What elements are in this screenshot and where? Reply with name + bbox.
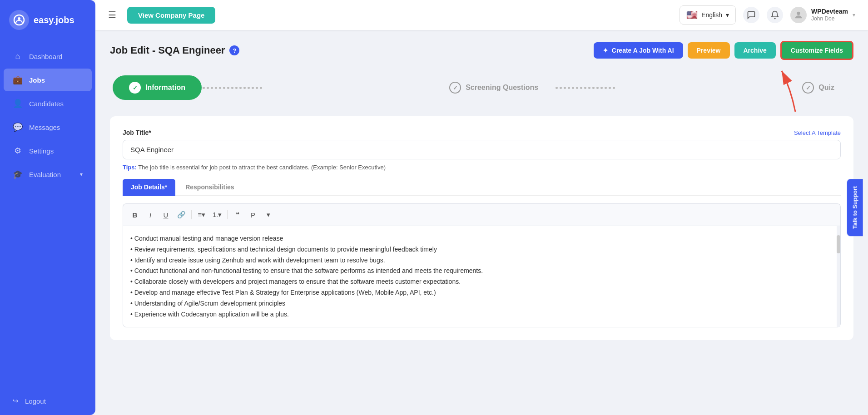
step-dots-2 (555, 87, 786, 89)
create-ai-button[interactable]: ✦ Create A Job With AI (594, 42, 683, 59)
language-label: English (701, 11, 722, 19)
unordered-list-button[interactable]: ≡▾ (195, 208, 208, 221)
logout-icon: ↪ (13, 397, 19, 405)
topbar: ☰ View Company Page 🇺🇸 English ▾ (95, 0, 868, 30)
toolbar-divider-1 (191, 210, 192, 219)
view-company-button[interactable]: View Company Page (127, 7, 215, 24)
editor-line-7: • Understanding of Agile/Scrum developme… (130, 298, 833, 309)
step-quiz[interactable]: ✓ Quiz (786, 75, 851, 100)
scrollbar-thumb (837, 235, 840, 253)
home-icon: ⌂ (13, 52, 23, 61)
tab-responsibilities[interactable]: Responsibilities (177, 179, 242, 196)
paragraph-dropdown[interactable]: ▾ (262, 208, 275, 221)
sidebar-label-jobs: Jobs (29, 76, 45, 84)
editor-tabs: Job Details* Responsibilities (123, 179, 841, 196)
ordered-list-button[interactable]: 1.▾ (211, 208, 223, 221)
link-button[interactable]: 🔗 (175, 208, 188, 221)
customize-fields-button[interactable]: Customize Fields (780, 41, 853, 60)
editor-toolbar: B I U 🔗 ≡▾ 1.▾ ❝ P ▾ (123, 203, 841, 226)
main-content: ☰ View Company Page 🇺🇸 English ▾ (95, 0, 868, 415)
sidebar: easy.jobs ⌂ Dashboard 💼 Jobs 👤 Candidate… (0, 0, 95, 415)
header-actions: ✦ Create A Job With AI Preview Archive C… (594, 41, 853, 60)
chevron-down-icon: ▾ (726, 11, 729, 19)
sidebar-item-candidates[interactable]: 👤 Candidates (4, 92, 92, 115)
underline-button[interactable]: U (159, 208, 172, 221)
settings-icon: ⚙ (13, 146, 23, 156)
talk-to-support-button[interactable]: Talk to Support (847, 179, 863, 236)
create-ai-label: Create A Job With AI (612, 47, 674, 54)
step-information[interactable]: ✓ Information (113, 75, 202, 100)
user-subtitle: John Doe (811, 15, 848, 23)
sidebar-item-logout[interactable]: ↪ Logout (4, 390, 92, 411)
step-quiz-label: Quiz (818, 84, 834, 92)
user-name: WPDevteam (811, 7, 848, 15)
notification-icon-button[interactable] (767, 7, 783, 23)
steps-container: ✓ Information ✓ Screening Questions ✓ Qu… (110, 73, 853, 103)
avatar (790, 7, 807, 23)
page-title: Job Edit - SQA Engineer ? (110, 44, 239, 56)
help-icon[interactable]: ? (229, 45, 239, 55)
page-content: Job Edit - SQA Engineer ? ✦ Create A Job… (95, 30, 868, 415)
tips-label: Tips: (123, 164, 137, 171)
candidates-icon: 👤 (13, 99, 23, 109)
sidebar-item-dashboard[interactable]: ⌂ Dashboard (4, 45, 92, 68)
evaluation-icon: 🎓 (13, 169, 23, 179)
chevron-down-icon: ▾ (80, 171, 83, 178)
svg-point-2 (797, 12, 800, 15)
job-title-label: Job Title* (123, 129, 151, 136)
tab-job-details[interactable]: Job Details* (123, 179, 175, 196)
sidebar-item-evaluation[interactable]: 🎓 Evaluation ▾ (4, 163, 92, 186)
step-screening-label: Screening Questions (466, 84, 538, 92)
tips-content: The job title is essential for job post … (138, 164, 386, 171)
hamburger-icon[interactable]: ☰ (108, 10, 116, 20)
job-title-field-header: Job Title* Select A Template (123, 129, 841, 136)
form-section: Job Title* Select A Template Tips: The j… (110, 116, 853, 340)
editor-line-2: • Review requirements, specifications an… (130, 244, 833, 255)
sidebar-label-evaluation: Evaluation (29, 171, 61, 178)
user-text: WPDevteam John Doe (811, 7, 848, 23)
step-quiz-icon: ✓ (802, 82, 814, 94)
editor-line-6: • Develop and manage effective Test Plan… (130, 287, 833, 298)
preview-button[interactable]: Preview (688, 42, 730, 59)
sidebar-label-candidates: Candidates (29, 100, 64, 108)
select-template-link[interactable]: Select A Template (794, 129, 841, 136)
app-name: easy.jobs (34, 15, 74, 25)
jobs-icon: 💼 (13, 75, 23, 85)
language-selector[interactable]: 🇺🇸 English ▾ (680, 5, 736, 25)
archive-button[interactable]: Archive (734, 42, 776, 59)
editor-line-1: • Conduct manual testing and manage vers… (130, 233, 833, 244)
page-title-text: Job Edit - SQA Engineer (110, 44, 225, 56)
quote-button[interactable]: ❝ (231, 208, 244, 221)
user-menu[interactable]: WPDevteam John Doe ▾ (790, 7, 855, 23)
job-title-input[interactable] (123, 140, 841, 159)
step-screening-icon: ✓ (449, 82, 461, 94)
step-check-icon: ✓ (129, 82, 141, 94)
flag-icon: 🇺🇸 (686, 10, 698, 20)
sidebar-item-settings[interactable]: ⚙ Settings (4, 139, 92, 162)
sidebar-label-dashboard: Dashboard (29, 53, 62, 60)
logo-icon (9, 10, 29, 30)
bold-button[interactable]: B (129, 208, 141, 221)
page-header: Job Edit - SQA Engineer ? ✦ Create A Job… (110, 41, 853, 60)
sidebar-item-messages[interactable]: 💬 Messages (4, 116, 92, 138)
sidebar-nav: ⌂ Dashboard 💼 Jobs 👤 Candidates 💬 Messag… (0, 40, 95, 387)
svg-point-1 (18, 17, 20, 20)
editor-scrollbar[interactable] (837, 226, 840, 327)
ai-sparkle-icon: ✦ (603, 47, 608, 54)
step-information-label: Information (145, 84, 185, 92)
editor-line-3: • Identify and create issue using Zenhub… (130, 255, 833, 266)
sidebar-item-jobs[interactable]: 💼 Jobs (4, 69, 92, 91)
sidebar-label-settings: Settings (29, 147, 54, 155)
chat-icon-button[interactable] (743, 7, 759, 23)
editor-content-area[interactable]: • Conduct manual testing and manage vers… (123, 226, 841, 327)
editor-line-8: • Experience with Codecanyon application… (130, 309, 833, 320)
paragraph-button[interactable]: P (247, 208, 259, 221)
chevron-down-icon: ▾ (853, 12, 855, 18)
sidebar-label-messages: Messages (29, 124, 60, 131)
step-screening[interactable]: ✓ Screening Questions (433, 75, 555, 100)
toolbar-divider-2 (227, 210, 228, 219)
step-dots-1 (202, 87, 433, 89)
italic-button[interactable]: I (144, 208, 157, 221)
editor-line-5: • Collaborate closely with developers an… (130, 277, 833, 287)
messages-icon: 💬 (13, 122, 23, 132)
